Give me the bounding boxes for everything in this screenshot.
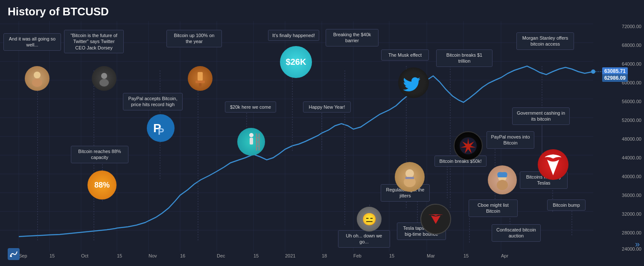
x-label-2021: 2021 <box>285 253 295 258</box>
icon-tesla-logo <box>420 204 451 234</box>
x-label-oct: Oct <box>81 253 88 258</box>
annotation-twitter-ceo: "Bitcoin is the future of Twitter" says … <box>64 30 124 53</box>
icon-tesla-red <box>538 149 568 180</box>
y-label-32k: 32000.00 <box>622 211 641 217</box>
annotation-morgan-stanley: Morgan Stanley offers bitcoin access <box>516 32 574 50</box>
svg-rect-56 <box>198 72 203 81</box>
annotation-bitcoin-bump: Bitcoin bump <box>547 200 586 211</box>
x-label-15-sep: 15 <box>50 253 55 258</box>
annotation-20k: $20k here we come <box>225 101 276 113</box>
annotation-paypal-accepts: PayPal accepts Bitcoin, price hits recor… <box>123 93 183 110</box>
annotation-musk-effect: The Musk effect <box>381 49 429 61</box>
svg-point-52 <box>101 73 107 79</box>
x-label-18: 18 <box>322 253 327 258</box>
annotation-88pct: Bitcoin reaches 88% capacity <box>71 146 128 163</box>
annotation-down-we-go: Uh oh... down we go... <box>338 230 390 248</box>
annotation-new-year: Happy New Year! <box>303 101 351 113</box>
icon-paypal: P P <box>147 114 175 142</box>
icon-jack-dorsey <box>92 66 117 91</box>
annotation-100pct: Bitcoin up 100% on the year <box>166 30 222 47</box>
annotation-cboe: Cboe might list Bitcoin <box>469 200 518 217</box>
svg-point-51 <box>32 78 42 87</box>
icon-26k: $26K <box>280 46 312 78</box>
y-label-48k: 48000.00 <box>622 136 641 142</box>
annotation-paypal-moves: PayPal moves into Bitcoin <box>487 131 534 149</box>
watermark-icon <box>8 248 20 260</box>
y-label-44k: 44000.00 <box>622 155 641 160</box>
annotation-all-going-well: And it was all going so well... <box>3 33 61 51</box>
annotation-government: Government cashing in its bitcoin <box>512 107 570 125</box>
icon-twitter-bird <box>398 67 429 98</box>
annotation-confiscated: Confiscated bitcoin auction <box>492 224 541 242</box>
x-label-15-oct: 15 <box>117 253 122 258</box>
y-label-28k: 28000.00 <box>622 230 641 235</box>
y-label-68k: 68000.00 <box>622 43 641 48</box>
svg-rect-58 <box>199 83 201 87</box>
svg-rect-69 <box>405 177 414 179</box>
icon-ladder-person <box>237 128 265 156</box>
scroll-arrow[interactable]: » <box>635 239 640 249</box>
annotation-40k: Breaking the $40k barrier <box>326 29 379 46</box>
x-label-nov: Nov <box>149 253 157 258</box>
page-title: History of BTCUSD <box>8 5 109 18</box>
x-label-mar: Mar <box>427 253 435 258</box>
icon-88pct: 88% <box>87 171 117 200</box>
y-label-64k: 64000.00 <box>622 61 641 66</box>
x-label-apr: Apr <box>501 253 508 258</box>
x-label-16-nov: 16 <box>180 253 185 258</box>
icon-sep-figure <box>25 66 50 91</box>
x-label-15-dec: 15 <box>254 253 259 258</box>
svg-point-73 <box>10 255 12 257</box>
svg-point-72 <box>497 180 508 190</box>
svg-rect-57 <box>195 81 205 83</box>
svg-point-53 <box>99 79 109 87</box>
icon-lamp <box>188 66 213 91</box>
x-label-dec: Dec <box>217 253 225 258</box>
icon-paypal-explosion <box>454 131 483 160</box>
current-price-low: 62986.09 <box>602 74 628 82</box>
icon-woman-blue-hair <box>488 165 517 194</box>
x-label-sep: Sep <box>19 253 27 258</box>
chart-container: History of BTCUSD <box>0 0 644 266</box>
icon-sad-emoji: 😑 <box>357 207 382 231</box>
svg-point-50 <box>34 72 41 78</box>
svg-point-59 <box>249 133 254 137</box>
x-label-feb: Feb <box>353 253 361 258</box>
y-label-40k: 40000.00 <box>622 174 641 179</box>
annotation-1trillion: Bitcoin breaks $1 trillion <box>436 49 492 67</box>
x-label-15-mar: 15 <box>463 253 469 258</box>
svg-text:P: P <box>158 126 164 137</box>
x-label-15-feb: 15 <box>389 253 394 258</box>
y-label-36k: 36000.00 <box>622 193 641 198</box>
y-label-72k: 72000.00 <box>622 24 641 29</box>
y-label-52k: 52000.00 <box>622 118 641 123</box>
svg-rect-60 <box>250 138 253 145</box>
icon-yellen <box>395 162 425 192</box>
svg-point-67 <box>405 169 414 178</box>
annotation-finally: It's finally happened! <box>268 30 319 41</box>
y-label-56k: 56000.00 <box>622 99 641 104</box>
